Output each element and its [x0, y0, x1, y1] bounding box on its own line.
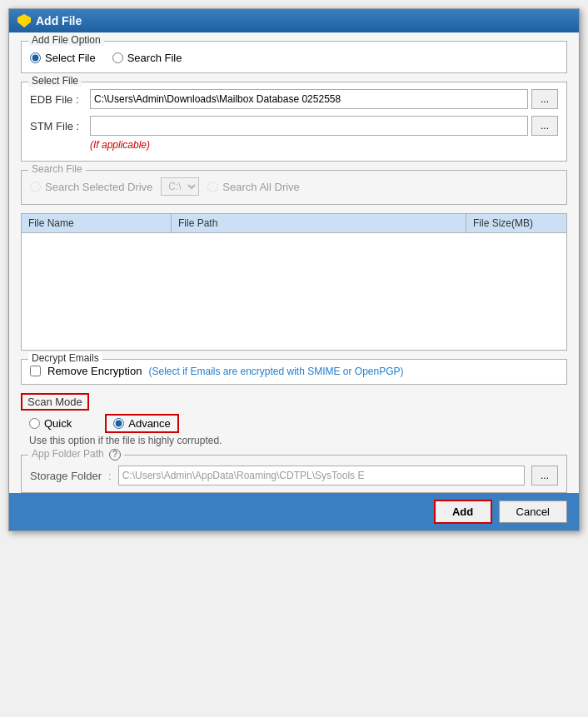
scan-note: Use this option if the file is highly co…: [21, 435, 567, 446]
stm-label: STM File :: [30, 120, 90, 132]
storage-row: Storage Folder : ...: [30, 466, 558, 485]
edb-file-row: EDB File : ...: [30, 89, 558, 109]
dialog-body: Add File Option Select File Search File …: [9, 32, 579, 493]
stm-browse-button[interactable]: ...: [531, 116, 558, 136]
decrypt-note: (Select if Emails are encrypted with SMI…: [148, 366, 403, 377]
cancel-button[interactable]: Cancel: [499, 500, 567, 523]
storage-colon: :: [108, 470, 112, 482]
add-file-option-label: Add File Option: [28, 34, 104, 46]
storage-label: Storage Folder: [30, 470, 105, 482]
add-file-dialog: Add File Add File Option Select File Sea…: [8, 8, 580, 531]
footer-bar: Add Cancel: [9, 493, 579, 530]
app-folder-label: App Folder Path ?: [28, 448, 124, 461]
add-file-option-group: Add File Option Select File Search File: [21, 41, 567, 73]
storage-browse-button[interactable]: ...: [531, 466, 558, 485]
quick-label: Quick: [44, 417, 72, 430]
search-file-radio[interactable]: Search File: [112, 52, 182, 64]
search-all-drive-radio[interactable]: Search All Drive: [207, 181, 299, 193]
select-file-label: Select File: [45, 52, 96, 64]
app-folder-section: App Folder Path ? Storage Folder : ...: [21, 455, 567, 493]
edb-browse-button[interactable]: ...: [531, 89, 558, 109]
dialog-title: Add File: [36, 14, 82, 27]
storage-input[interactable]: [118, 466, 525, 485]
advance-label: Advance: [128, 417, 171, 430]
select-file-radio[interactable]: Select File: [30, 52, 96, 64]
decrypt-row: Remove Encryption (Select if Emails are …: [30, 365, 558, 377]
file-list-header: File Name File Path File Size(MB): [22, 214, 566, 233]
scan-mode-label: Scan Mode: [21, 393, 89, 411]
decrypt-emails-label: Decrypt Emails: [28, 352, 102, 364]
stm-input[interactable]: [90, 116, 528, 136]
file-list-container: File Name File Path File Size(MB): [21, 213, 567, 351]
drive-select[interactable]: C:\: [161, 177, 199, 196]
search-all-drive-label: Search All Drive: [222, 181, 299, 193]
title-bar: Add File: [9, 9, 579, 32]
col-filename: File Name: [22, 214, 172, 232]
select-file-group-label: Select File: [28, 75, 82, 87]
advance-radio-box: Advance: [105, 414, 179, 433]
select-file-group: Select File EDB File : ... STM File : ..…: [21, 82, 567, 162]
stm-note: (If applicable): [90, 139, 558, 151]
search-file-label: Search File: [127, 52, 182, 64]
add-button[interactable]: Add: [434, 500, 492, 524]
edb-input[interactable]: [90, 89, 528, 109]
stm-file-row: STM File : ...: [30, 116, 558, 136]
advance-scan-radio[interactable]: Advance: [113, 417, 171, 430]
help-icon[interactable]: ?: [109, 449, 121, 461]
scan-mode-radios: Quick Advance: [21, 414, 567, 433]
scan-mode-section: Scan Mode Quick Advance Use this option …: [21, 393, 567, 446]
search-file-group-label: Search File: [28, 163, 86, 175]
col-filesize: File Size(MB): [466, 214, 566, 232]
remove-encryption-label: Remove Encryption: [47, 365, 142, 377]
add-file-option-radios: Select File Search File: [30, 48, 558, 64]
file-list-body: [22, 233, 566, 350]
col-filepath: File Path: [172, 214, 466, 232]
edb-label: EDB File :: [30, 93, 90, 106]
search-file-row: Search Selected Drive C:\ Search All Dri…: [30, 177, 558, 196]
decrypt-emails-group: Decrypt Emails Remove Encryption (Select…: [21, 359, 567, 385]
search-file-group: Search File Search Selected Drive C:\ Se…: [21, 170, 567, 205]
remove-encryption-checkbox[interactable]: [30, 366, 41, 376]
quick-scan-radio[interactable]: Quick: [29, 417, 72, 430]
search-selected-drive-label: Search Selected Drive: [45, 181, 152, 193]
shield-icon: [17, 14, 31, 27]
search-selected-drive-radio[interactable]: Search Selected Drive: [30, 181, 152, 193]
